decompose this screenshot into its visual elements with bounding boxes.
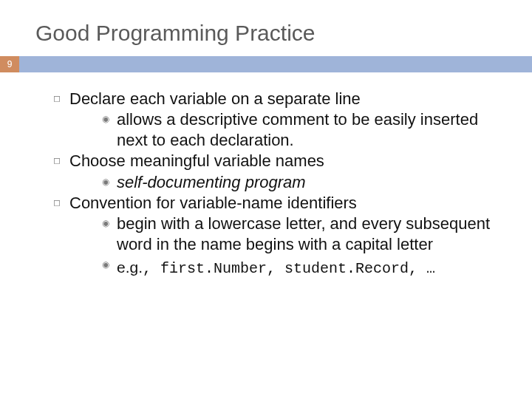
- slide-title: Good Programming Practice: [0, 0, 532, 56]
- list-item: ◉ begin with a lowercase letter, and eve…: [95, 214, 517, 255]
- square-bullet-icon: ◻: [44, 155, 69, 166]
- bullet-text: begin with a lowercase letter, and every…: [117, 214, 517, 255]
- target-bullet-icon: ◉: [95, 114, 117, 124]
- header-bar: 9: [0, 56, 532, 72]
- square-bullet-icon: ◻: [44, 197, 69, 208]
- slide-content: ◻ Declare each variable on a separate li…: [0, 72, 532, 281]
- code-text: , first.Number, student.Record, …: [143, 260, 435, 277]
- bullet-text: Convention for variable-name identifiers: [69, 193, 517, 214]
- target-bullet-icon: ◉: [95, 218, 117, 228]
- eg-prefix: e.g.: [117, 259, 143, 276]
- list-item: ◻ Declare each variable on a separate li…: [44, 89, 517, 109]
- bullet-text: self-documenting program: [117, 172, 517, 193]
- target-bullet-icon: ◉: [95, 259, 117, 270]
- list-item: ◉ self-documenting program: [95, 172, 517, 193]
- list-item: ◉ allows a descriptive comment to be eas…: [95, 109, 517, 151]
- slide: Good Programming Practice 9 ◻ Declare ea…: [0, 0, 532, 399]
- target-bullet-icon: ◉: [95, 177, 117, 187]
- bullet-text: allows a descriptive comment to be easil…: [117, 109, 517, 151]
- list-item: ◻ Choose meaningful variable names: [44, 151, 517, 171]
- bullet-text: Choose meaningful variable names: [69, 151, 517, 171]
- bullet-text: Declare each variable on a separate line: [69, 89, 517, 109]
- list-item: ◻ Convention for variable-name identifie…: [44, 193, 517, 214]
- list-item: ◉ e.g., first.Number, student.Record, …: [95, 255, 517, 281]
- square-bullet-icon: ◻: [44, 93, 69, 103]
- page-number-badge: 9: [0, 56, 19, 72]
- bullet-text: e.g., first.Number, student.Record, …: [117, 255, 517, 281]
